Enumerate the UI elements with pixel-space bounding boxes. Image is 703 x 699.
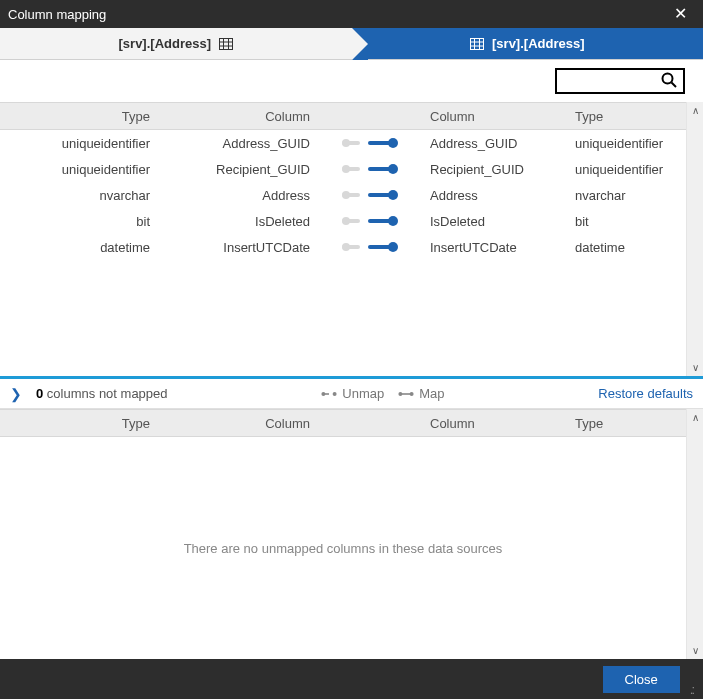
dst-type: uniqueidentifier [555,136,686,151]
scrollbar-bottom[interactable]: ∧ ∨ [686,409,703,659]
dst-type: nvarchar [555,188,686,203]
map-toggle[interactable] [330,164,410,174]
table-icon [219,38,233,50]
src-type: nvarchar [0,188,170,203]
restore-defaults-link[interactable]: Restore defaults [598,386,693,401]
header-column-source: Column [170,109,330,124]
dst-column: Recipient_GUID [410,162,555,177]
header-type-source: Type [0,109,170,124]
dst-column: Address_GUID [410,136,555,151]
src-column: IsDeleted [170,214,330,229]
header-column-source-bottom: Column [170,416,330,431]
src-column: Recipient_GUID [170,162,330,177]
tab-source-label: [srv].[Address] [119,36,211,51]
map-label: Map [419,386,444,401]
dst-column: InsertUTCDate [410,240,555,255]
table-row[interactable]: datetimeInsertUTCDateInsertUTCDatedateti… [0,234,686,260]
scroll-down-icon[interactable]: ∨ [687,359,703,376]
src-column: Address_GUID [170,136,330,151]
svg-point-14 [333,392,337,396]
table-row[interactable]: nvarcharAddressAddressnvarchar [0,182,686,208]
svg-point-17 [410,392,414,396]
close-icon[interactable]: ✕ [666,2,695,26]
unmapped-count: 0 [36,386,43,401]
src-type: datetime [0,240,170,255]
empty-message: There are no unmapped columns in these d… [0,437,686,659]
window-title: Column mapping [8,7,106,22]
dst-column: IsDeleted [410,214,555,229]
src-type: uniqueidentifier [0,136,170,151]
unmap-button[interactable]: Unmap [321,386,384,401]
map-toggle[interactable] [330,138,410,148]
search-icon [661,72,677,91]
svg-rect-0 [219,38,232,49]
src-type: uniqueidentifier [0,162,170,177]
scroll-down-icon[interactable]: ∨ [687,642,703,659]
tab-source[interactable]: [srv].[Address] [0,28,352,59]
table-row[interactable]: bitIsDeletedIsDeletedbit [0,208,686,234]
tab-target[interactable]: [srv].[Address] [352,28,704,59]
header-type-source-bottom: Type [0,416,170,431]
dst-type: datetime [555,240,686,255]
unmapped-status: 0 columns not mapped [36,386,168,401]
dst-type: bit [555,214,686,229]
search-input[interactable] [563,73,661,90]
svg-rect-5 [471,38,484,49]
svg-point-12 [322,392,326,396]
expand-icon[interactable]: ❯ [10,386,22,402]
header-type-target: Type [555,109,686,124]
table-icon [470,38,484,50]
map-button[interactable]: Map [398,386,444,401]
scroll-up-icon[interactable]: ∧ [687,102,703,119]
header-type-target-bottom: Type [555,416,686,431]
src-column: Address [170,188,330,203]
search-box[interactable] [555,68,685,94]
header-column-target-bottom: Column [410,416,555,431]
map-toggle[interactable] [330,190,410,200]
svg-point-15 [399,392,403,396]
unmap-label: Unmap [342,386,384,401]
unmapped-label: columns not mapped [47,386,168,401]
svg-point-10 [663,73,673,83]
scroll-up-icon[interactable]: ∧ [687,409,703,426]
dst-type: uniqueidentifier [555,162,686,177]
table-row[interactable]: uniqueidentifierRecipient_GUIDRecipient_… [0,156,686,182]
src-column: InsertUTCDate [170,240,330,255]
map-toggle[interactable] [330,242,410,252]
table-row[interactable]: uniqueidentifierAddress_GUIDAddress_GUID… [0,130,686,156]
dst-column: Address [410,188,555,203]
map-icon [398,389,414,399]
resize-grip-icon[interactable]: .: [690,682,693,699]
header-column-target: Column [410,109,555,124]
map-toggle[interactable] [330,216,410,226]
close-button[interactable]: Close [603,666,680,693]
unmap-icon [321,389,337,399]
src-type: bit [0,214,170,229]
svg-line-11 [672,82,677,87]
scrollbar-top[interactable]: ∧ ∨ [686,102,703,376]
tab-target-label: [srv].[Address] [492,36,584,51]
